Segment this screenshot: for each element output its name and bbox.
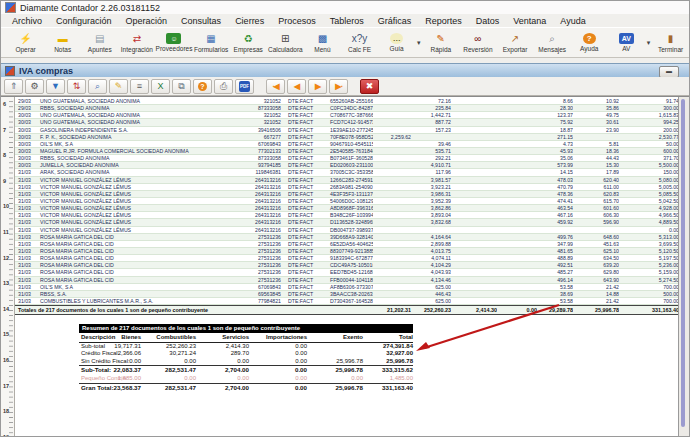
close-button[interactable]: ✖	[360, 79, 379, 94]
menu-item-datos[interactable]: Datos	[469, 16, 507, 26]
cell-tipo-documento: DTE:FACT	[281, 119, 323, 125]
scrollbar-thumb[interactable]	[681, 99, 685, 427]
cell-fecha: 31/03	[15, 277, 35, 283]
summary-header-importaciones: Importaciones	[266, 333, 307, 342]
toolbar-button-label: Terminar	[658, 46, 683, 53]
help-button[interactable]: ?	[193, 79, 212, 94]
menu-item-ayuda[interactable]: Ayuda	[553, 16, 592, 26]
summary-row-label: Gran Total:	[81, 384, 114, 393]
toolbar-button-label: Integración	[121, 46, 153, 53]
reversion-button[interactable]: ∞Reversión	[459, 28, 496, 57]
cell-tipo-documento: DTE:FACT	[281, 105, 323, 111]
print-button[interactable]: ⎙	[214, 79, 233, 94]
cell-exento: 634.50	[573, 255, 619, 261]
integracion-button[interactable]: ⇄Integración	[118, 28, 155, 57]
av-button[interactable]: AVAV	[608, 28, 645, 57]
filter-button[interactable]: ▼	[46, 79, 65, 94]
operar-button[interactable]: ⚡Operar	[7, 28, 44, 57]
menu-item-operacion[interactable]: Operación	[119, 16, 175, 26]
proveedores-button[interactable]: ☺Proveedores	[155, 28, 192, 57]
close-icon: ✖	[366, 82, 374, 91]
next-page-button[interactable]: ▶	[308, 79, 327, 94]
menu-item-ventana[interactable]: Ventana	[506, 16, 553, 26]
cell-numero-documento: 2683A981-2540901294	[323, 184, 373, 190]
summary-row-gran-total: Gran Total:23,568.37282,531.472,704.000.…	[79, 383, 413, 393]
cell-numero-documento: C708677C-3876667493	[323, 112, 373, 118]
cell-tipo-documento: DTE:FACT	[281, 227, 323, 233]
table-row: 31/03VICTOR MANUEL GONZÁLEZ LÉMUS2643132…	[15, 198, 678, 205]
cell-servicios	[451, 148, 497, 154]
copy-button[interactable]: ⧉	[172, 79, 191, 94]
terminar-button[interactable]: ▮Terminar	[652, 28, 689, 57]
ayuda-button[interactable]: ?Ayuda	[571, 28, 608, 57]
cell-exento: 643.90	[573, 277, 619, 283]
table-row: 29/03UNO GUATEMALA, SOCIEDAD ANONIMA3210…	[15, 98, 678, 105]
empresas-button[interactable]: ♻Empresas	[230, 28, 267, 57]
cell-tipo-documento: DTE:FACT	[281, 169, 323, 175]
menu-item-procesos[interactable]: Procesos	[271, 16, 323, 26]
cell-combustibles: 157.23	[411, 127, 451, 133]
zoom-button[interactable]: ⌕	[88, 79, 107, 94]
cell-bienes	[373, 169, 411, 175]
notas-button[interactable]: ▬Notas	[44, 28, 81, 57]
cell-servicios	[451, 269, 497, 275]
lines-button[interactable]: ≡	[130, 79, 149, 94]
cell-tipo-documento: DTE:FACT	[281, 191, 323, 197]
cell-servicios	[451, 198, 497, 204]
companies-icon: ♻	[242, 32, 255, 45]
last-page-button[interactable]: ▶∙	[329, 79, 348, 94]
menu-item-consultas[interactable]: Consultas	[174, 16, 228, 26]
copy-icon: ⧉	[178, 82, 184, 91]
menu-item-cierres[interactable]: Cierres	[228, 16, 271, 26]
cell-servicios	[451, 234, 497, 240]
exportar-button[interactable]: ↗Exportar	[496, 28, 533, 57]
cell-importaciones	[497, 205, 537, 211]
cell-importaciones	[497, 284, 537, 290]
menu-item-configuracion[interactable]: Configuración	[49, 16, 119, 26]
apuntes-button[interactable]: ▤Apuntes	[81, 28, 118, 57]
pdf-button[interactable]: PDF	[235, 79, 254, 94]
totals-importaciones: 0.00	[497, 306, 537, 314]
calc-fe-button[interactable]: x?yCalc FE	[341, 28, 378, 57]
cell-iva: 467.16	[537, 212, 573, 218]
ruler-label: 15	[3, 331, 9, 337]
menu-item-reportes[interactable]: Reportes	[418, 16, 469, 26]
mensajes-button[interactable]: ⌕Mensajes	[534, 28, 571, 57]
menu-item-archivo[interactable]: Archivo	[5, 16, 49, 26]
export-excel-button[interactable]: X	[151, 79, 170, 94]
cell-tipo-documento: DTE:FACT	[281, 127, 323, 133]
cell-nit: 264313216	[215, 212, 281, 218]
cell-numero-documento: 39D668A9-3281407644	[323, 234, 373, 240]
guia-button[interactable]: …Guía	[378, 28, 415, 57]
sort-az-button[interactable]: ⇅	[67, 79, 86, 94]
export-report-button[interactable]: ⇑	[4, 79, 23, 94]
cell-importaciones	[497, 234, 537, 240]
menu-item-graficas[interactable]: Gráficas	[371, 16, 419, 26]
menu-item-tableros[interactable]: Tableros	[323, 16, 371, 26]
menu-button[interactable]: ▩Menú	[304, 28, 341, 57]
cell-nombre: VICTOR MANUEL GONZÁLEZ LÉMUS	[35, 205, 215, 211]
cell-exento: 10.92	[573, 98, 619, 104]
toolbar-button-label: Ayuda	[580, 45, 598, 52]
vertical-scrollbar[interactable]	[678, 97, 689, 437]
calculadora-button[interactable]: ⊞Calculadora	[267, 28, 304, 57]
rapida-button[interactable]: ✎Rápida	[422, 28, 459, 57]
cell-fecha: 31/03	[15, 255, 35, 261]
cell-combustibles: 3,893.04	[411, 212, 451, 218]
first-page-button[interactable]: ∙◀	[266, 79, 285, 94]
cell-total: 5,274.50	[619, 277, 679, 283]
table-row: 31/03ARAK, SOCIEDAD ANONIMA119846381DTE:…	[15, 169, 678, 176]
summary-value: 0.00	[351, 375, 363, 382]
page-setup-button[interactable]: ⚙	[25, 79, 44, 94]
chevron-down-icon[interactable]: ▾	[415, 39, 422, 47]
cell-tipo-documento: DTE:FACT	[281, 219, 323, 225]
cell-combustibles: 117.96	[411, 169, 451, 175]
cell-servicios	[451, 277, 497, 283]
cell-total: 0.00	[619, 227, 679, 233]
edit-button[interactable]: ✎	[109, 79, 128, 94]
formularios-button[interactable]: ▦Formularios	[193, 28, 230, 57]
cell-nit: 93794185	[215, 162, 281, 168]
table-row: 31/03VICTOR MANUEL GONZÁLEZ LÉMUS2643132…	[15, 191, 678, 198]
prev-page-button[interactable]: ◀	[287, 79, 306, 94]
chevron-down-icon[interactable]: ▾	[645, 39, 652, 47]
